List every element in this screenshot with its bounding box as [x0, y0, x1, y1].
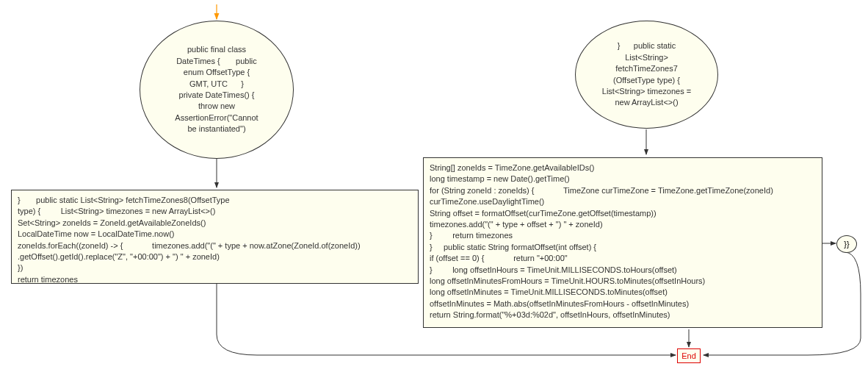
- rect-node-2: String[] zoneIds = TimeZone.getAvailable…: [423, 157, 822, 328]
- ellipse-node-2: } public static List<String> fetchTimeZo…: [575, 21, 718, 129]
- ellipse-node-1: public final class DateTimes { public en…: [140, 21, 294, 159]
- end-node: End: [677, 348, 701, 363]
- rect-node-1: } public static List<String> fetchTimeZo…: [11, 190, 419, 284]
- closing-braces-node: }}: [836, 235, 857, 253]
